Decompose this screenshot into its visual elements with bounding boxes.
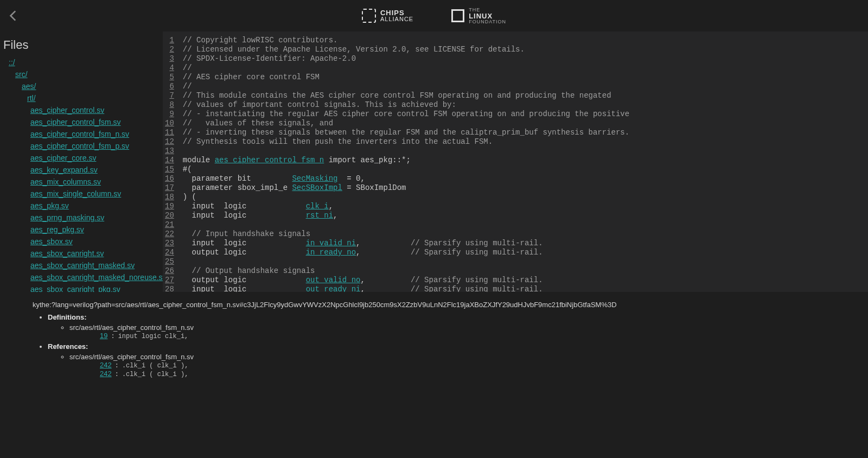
tree-file[interactable]: aes_sbox_canright_masked.sv xyxy=(30,261,135,270)
code-line: #( xyxy=(183,165,629,174)
line-number[interactable]: 16 xyxy=(165,174,174,183)
code-identifier[interactable]: clk_i xyxy=(306,202,329,211)
line-number[interactable]: 23 xyxy=(165,239,174,248)
reference-code: .clk_i ( clk_i ), xyxy=(122,371,188,378)
tree-file[interactable]: aes_pkg.sv xyxy=(30,201,69,210)
code-line: // Copyright lowRISC contributors. xyxy=(183,36,629,45)
code-line: ) ( xyxy=(183,193,629,202)
code-line: // Licensed under the Apache License, Ve… xyxy=(183,45,629,54)
code-line: // xyxy=(183,63,629,73)
references-heading: References: xyxy=(48,342,88,351)
line-number[interactable]: 17 xyxy=(165,183,174,193)
tree-file[interactable]: aes_sbox_canright_pkg.sv xyxy=(30,285,120,292)
code-line xyxy=(183,220,629,230)
kythe-uri: kythe:?lang=verilog?path=src/aes/rtl/aes… xyxy=(33,301,835,309)
code-line: parameter bit SecMasking = 0, xyxy=(183,174,629,183)
definition-file: src/aes/rtl/aes_cipher_control_fsm_n.sv xyxy=(69,323,194,332)
code-identifier[interactable]: SecSBoxImpl xyxy=(292,183,342,192)
definition-code: input logic clk_i, xyxy=(118,333,189,340)
line-number[interactable]: 10 xyxy=(165,119,174,128)
tree-file[interactable]: aes_mix_single_column.sv xyxy=(30,189,121,198)
code-line: // Output handshake signals xyxy=(183,266,629,276)
code-line: // - inverting these signals between the… xyxy=(183,128,629,137)
code-content: // Copyright lowRISC contributors.// Lic… xyxy=(177,31,635,292)
line-number[interactable]: 21 xyxy=(165,220,174,230)
line-number[interactable]: 6 xyxy=(165,82,174,91)
tree-dir-aes[interactable]: aes/ xyxy=(22,82,36,91)
code-line: // - instantiating the regular AES ciphe… xyxy=(183,110,629,119)
code-line xyxy=(183,257,629,266)
square-icon xyxy=(451,9,464,22)
code-line: input logic in_valid_ni, // Sparsify usi… xyxy=(183,239,629,248)
code-identifier[interactable]: out_valid_no xyxy=(306,276,361,284)
line-number[interactable]: 9 xyxy=(165,110,174,119)
line-number[interactable]: 8 xyxy=(165,100,174,110)
code-identifier[interactable]: rst_ni xyxy=(306,211,333,220)
chips-text-2: ALLIANCE xyxy=(380,16,413,22)
header-logos: CHIPS ALLIANCE THE LINUX FOUNDATION xyxy=(362,8,506,24)
tree-file[interactable]: aes_reg_pkg.sv xyxy=(30,225,84,234)
code-line: input logic rst_ni, xyxy=(183,211,629,220)
tree-file[interactable]: aes_cipher_control_fsm_p.sv xyxy=(30,142,129,150)
code-line: // AES cipher core control FSM xyxy=(183,73,629,82)
tree-file[interactable]: aes_prng_masking.sv xyxy=(30,213,104,222)
code-identifier[interactable]: aes_cipher_control_fsm_n xyxy=(215,156,324,164)
definition-line-link[interactable]: 19 xyxy=(100,332,107,340)
code-line: parameter sbox_impl_e SecSBoxImpl = SBox… xyxy=(183,183,629,193)
reference-line-link[interactable]: 242 xyxy=(100,370,112,378)
line-number[interactable]: 19 xyxy=(165,202,174,211)
line-number[interactable]: 24 xyxy=(165,248,174,257)
code-line: input logic clk_i, xyxy=(183,202,629,211)
chips-text-1: CHIPS xyxy=(380,9,413,16)
line-number[interactable]: 18 xyxy=(165,193,174,202)
line-number[interactable]: 4 xyxy=(165,63,174,73)
tree-file[interactable]: aes_sbox.sv xyxy=(30,237,73,246)
linux-text-3: FOUNDATION xyxy=(469,20,506,24)
line-number[interactable]: 5 xyxy=(165,73,174,82)
reference-file: src/aes/rtl/aes_cipher_control_fsm_n.sv xyxy=(69,353,194,361)
reference-code: .clk_i ( clk_i ), xyxy=(122,362,188,370)
code-identifier[interactable]: out_ready_ni xyxy=(306,285,361,292)
tree-file[interactable]: aes_cipher_control_fsm.sv xyxy=(30,118,121,126)
line-number[interactable]: 11 xyxy=(165,128,174,137)
line-number[interactable]: 3 xyxy=(165,54,174,63)
line-number[interactable]: 7 xyxy=(165,91,174,100)
tree-file[interactable]: aes_cipher_core.sv xyxy=(30,154,96,162)
line-number[interactable]: 14 xyxy=(165,156,174,165)
line-number[interactable]: 26 xyxy=(165,266,174,276)
code-identifier[interactable]: SecMasking xyxy=(292,174,337,183)
header: CHIPS ALLIANCE THE LINUX FOUNDATION xyxy=(0,0,868,31)
tree-dir-src[interactable]: src/ xyxy=(15,70,28,79)
line-number[interactable]: 15 xyxy=(165,165,174,174)
back-arrow-icon[interactable] xyxy=(7,9,21,24)
sidebar-title: Files xyxy=(3,38,159,52)
tree-file[interactable]: aes_key_expand.sv xyxy=(30,166,98,174)
chip-icon xyxy=(362,9,376,23)
tree-file[interactable]: aes_sbox_canright_masked_noreuse.sv xyxy=(30,273,163,282)
line-number[interactable]: 27 xyxy=(165,276,174,285)
linux-foundation-logo[interactable]: THE LINUX FOUNDATION xyxy=(451,8,506,24)
tree-file[interactable]: aes_mix_columns.sv xyxy=(30,177,101,186)
code-identifier[interactable]: in_valid_ni xyxy=(306,239,356,247)
code-line: module aes_cipher_control_fsm_n import a… xyxy=(183,156,629,165)
references-panel: kythe:?lang=verilog?path=src/aes/rtl/aes… xyxy=(0,292,868,389)
line-number[interactable]: 13 xyxy=(165,147,174,156)
file-tree: ::/ src/ aes/ rtl/ aes_cipher_control.sv… xyxy=(3,56,159,292)
code-identifier[interactable]: in_ready_no xyxy=(306,248,356,257)
tree-file[interactable]: aes_cipher_control.sv xyxy=(30,106,104,114)
tree-root[interactable]: ::/ xyxy=(9,58,15,67)
tree-file[interactable]: aes_cipher_control_fsm_n.sv xyxy=(30,130,129,138)
code-line: output logic in_ready_no, // Sparsify us… xyxy=(183,248,629,257)
code-line: input logic out_ready_ni, // Sparsify us… xyxy=(183,285,629,292)
line-number[interactable]: 22 xyxy=(165,230,174,239)
line-number[interactable]: 2 xyxy=(165,45,174,54)
line-number[interactable]: 12 xyxy=(165,137,174,147)
line-number[interactable]: 20 xyxy=(165,211,174,220)
line-number[interactable]: 25 xyxy=(165,257,174,266)
line-number[interactable]: 28 xyxy=(165,285,174,292)
tree-dir-rtl[interactable]: rtl/ xyxy=(27,94,36,103)
reference-line-link[interactable]: 242 xyxy=(100,361,112,369)
line-number[interactable]: 1 xyxy=(165,36,174,45)
chips-alliance-logo[interactable]: CHIPS ALLIANCE xyxy=(362,9,413,23)
tree-file[interactable]: aes_sbox_canright.sv xyxy=(30,249,104,258)
